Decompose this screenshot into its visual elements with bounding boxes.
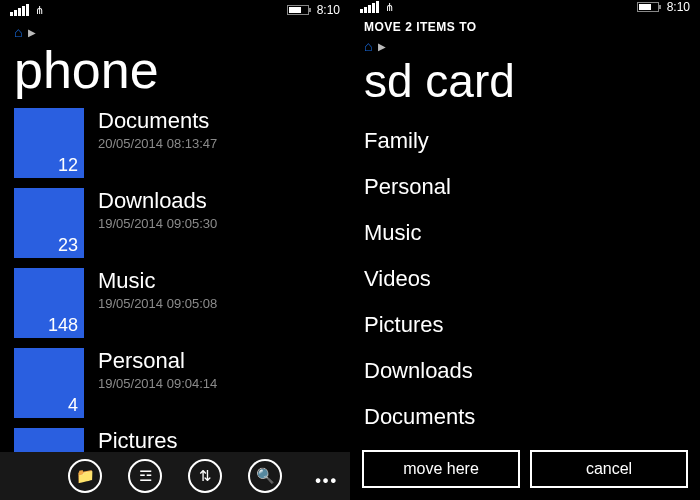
target-folder[interactable]: Family (364, 118, 686, 164)
folder-list: 12 Documents 20/05/2014 08:13:47 23 Down… (0, 108, 350, 452)
folder-name: Personal (98, 348, 217, 374)
target-folder[interactable]: Pictures (364, 302, 686, 348)
cancel-button[interactable]: cancel (530, 450, 688, 488)
home-icon: ⌂ (364, 38, 372, 54)
folder-name: Downloads (98, 188, 217, 214)
folder-tile: 4 (14, 348, 84, 418)
action-bar: move here cancel (350, 440, 700, 500)
target-folder[interactable]: Downloads (364, 348, 686, 394)
status-bar: ⋔ 8:10 (350, 0, 700, 14)
folder-row[interactable]: 4 Personal 19/05/2014 09:04:14 (14, 348, 350, 418)
item-count: 148 (48, 315, 78, 336)
folder-tile: 148 (14, 268, 84, 338)
sort-button[interactable]: ⇅ (188, 459, 222, 493)
folder-name: Documents (98, 108, 217, 134)
target-folder[interactable]: Personal (364, 164, 686, 210)
search-icon: 🔍 (256, 467, 275, 485)
folder-name: Pictures (98, 428, 217, 452)
folder-plus-icon: 📁 (76, 467, 95, 485)
item-count: 12 (58, 155, 78, 176)
sort-icon: ⇅ (199, 467, 212, 485)
folder-row[interactable]: 12 Documents 20/05/2014 08:13:47 (14, 108, 350, 178)
battery-icon (287, 5, 309, 15)
wifi-icon: ⋔ (385, 1, 394, 14)
folder-tile: 12 (14, 108, 84, 178)
select-button[interactable]: ☲ (128, 459, 162, 493)
target-folder-list: Family Personal Music Videos Pictures Do… (350, 118, 700, 440)
folder-meta: 19/05/2014 09:04:14 (98, 376, 217, 391)
folder-tile: 171 (14, 428, 84, 452)
folder-meta: 19/05/2014 09:05:30 (98, 216, 217, 231)
clock: 8:10 (667, 0, 690, 14)
wifi-icon: ⋔ (35, 4, 44, 17)
new-folder-button[interactable]: 📁 (68, 459, 102, 493)
more-button[interactable]: ••• (315, 472, 338, 490)
checklist-icon: ☲ (139, 467, 152, 485)
folder-row[interactable]: 148 Music 19/05/2014 09:05:08 (14, 268, 350, 338)
move-here-button[interactable]: move here (362, 450, 520, 488)
item-count: 4 (68, 395, 78, 416)
folder-meta: 19/05/2014 09:05:08 (98, 296, 217, 311)
chevron-right-icon: ▶ (378, 41, 386, 52)
status-bar: ⋔ 8:10 (0, 0, 350, 20)
breadcrumb[interactable]: ⌂ ▶ (350, 34, 700, 54)
target-folder[interactable]: Documents (364, 394, 686, 440)
search-button[interactable]: 🔍 (248, 459, 282, 493)
home-icon: ⌂ (14, 24, 22, 40)
battery-icon (637, 2, 659, 12)
folder-meta: 20/05/2014 08:13:47 (98, 136, 217, 151)
page-title: phone (0, 40, 350, 108)
target-folder[interactable]: Videos (364, 256, 686, 302)
folder-name: Music (98, 268, 217, 294)
signal-icon (360, 1, 379, 13)
operation-header: MOVE 2 ITEMS TO (350, 14, 700, 34)
folder-tile: 23 (14, 188, 84, 258)
chevron-right-icon: ▶ (28, 27, 36, 38)
folder-row[interactable]: 23 Downloads 19/05/2014 09:05:30 (14, 188, 350, 258)
page-title: sd card (350, 54, 700, 118)
clock: 8:10 (317, 3, 340, 17)
signal-icon (10, 4, 29, 16)
phone-browse-screen: ⋔ 8:10 ⌂ ▶ phone 12 Documents 20/05/2014… (0, 0, 350, 500)
breadcrumb[interactable]: ⌂ ▶ (0, 20, 350, 40)
move-target-screen: ⋔ 8:10 MOVE 2 ITEMS TO ⌂ ▶ sd card Famil… (350, 0, 700, 500)
folder-row[interactable]: 171 Pictures 20/05/2014 08:10:13 (14, 428, 350, 452)
item-count: 23 (58, 235, 78, 256)
target-folder[interactable]: Music (364, 210, 686, 256)
app-bar: 📁 ☲ ⇅ 🔍 ••• (0, 452, 350, 500)
